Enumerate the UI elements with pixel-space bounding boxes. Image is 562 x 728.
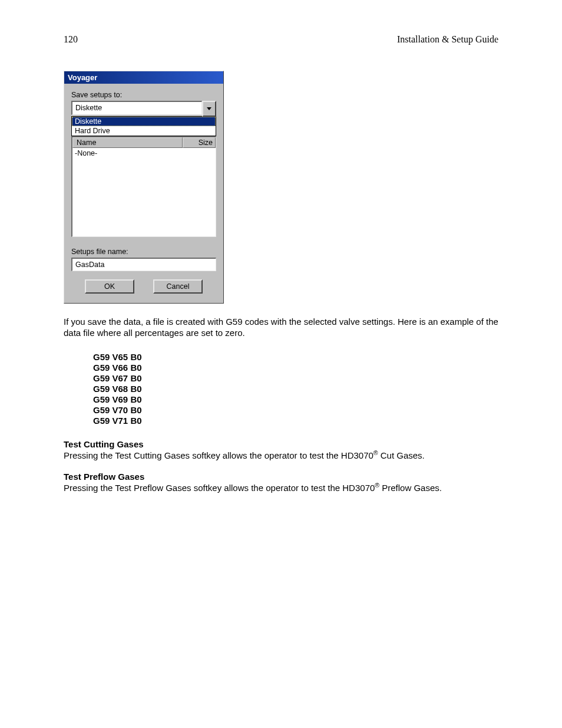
save-to-label: Save setups to: [71,91,216,99]
test-preflow-title: Test Preflow Gases [64,472,498,482]
file-list[interactable]: Name Size -None- [71,136,216,237]
combo-option-harddrive[interactable]: Hard Drive [72,126,216,136]
cancel-button[interactable]: Cancel [153,279,203,294]
filename-input[interactable] [71,258,216,271]
combo-selected-value[interactable]: Diskette [71,101,202,115]
doc-title: Installation & Setup Guide [397,34,498,45]
test-cutting-title: Test Cutting Gases [64,439,498,449]
column-size[interactable]: Size [183,137,216,148]
gcode-example: G59 V65 B0 G59 V66 B0 G59 V67 B0 G59 V68… [93,352,498,426]
page-number: 120 [64,34,78,45]
combo-option-diskette[interactable]: Diskette [72,117,216,126]
combo-dropdown-button[interactable] [202,101,216,117]
save-setups-dialog: Voyager Save setups to: Diskette Diskett… [64,71,224,304]
chevron-down-icon [207,107,211,110]
file-list-empty: -None- [75,149,97,157]
filename-label: Setups file name: [71,248,216,256]
test-preflow-body: Pressing the Test Preflow Gases softkey … [64,482,498,494]
column-name[interactable]: Name [72,137,183,148]
save-to-combo[interactable]: Diskette [71,101,216,117]
paragraph-save-data: If you save the data, a file is created … [64,317,498,339]
page-header: 120 Installation & Setup Guide [64,34,498,45]
test-cutting-body: Pressing the Test Cutting Gases softkey … [64,449,498,462]
dialog-titlebar[interactable]: Voyager [64,71,223,84]
file-list-header: Name Size [72,137,216,148]
combo-dropdown-list[interactable]: Diskette Hard Drive [71,116,216,136]
file-list-body[interactable]: -None- [72,148,216,236]
ok-button[interactable]: OK [85,279,134,294]
